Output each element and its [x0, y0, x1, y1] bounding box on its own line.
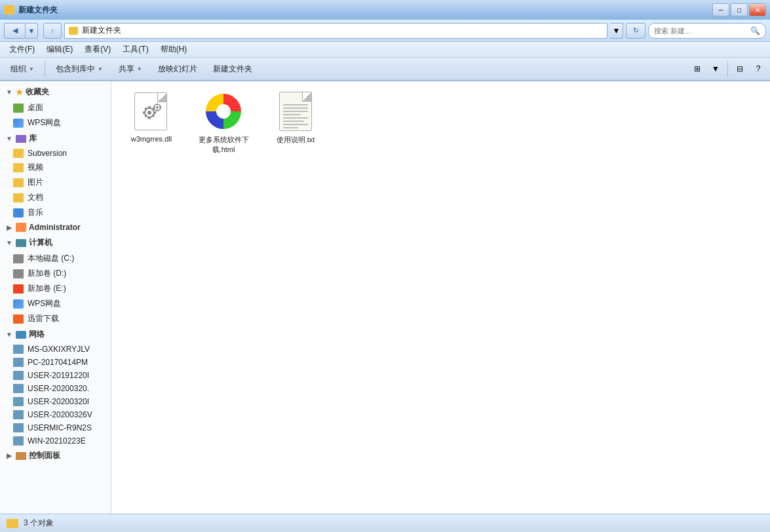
txt-file-label: 使用说明.txt [277, 135, 315, 145]
new-folder-button[interactable]: 新建文件夹 [206, 60, 259, 78]
file-item-dll[interactable]: w3mgrres.dll [122, 88, 181, 157]
minimize-button[interactable]: ─ [712, 3, 729, 16]
sidebar-item-video[interactable]: 视频 [0, 160, 111, 175]
txt-line-6 [283, 121, 304, 122]
search-input[interactable] [654, 27, 747, 35]
thunder-label: 迅雷下载 [28, 313, 59, 324]
wps-cloud2-label: WPS网盘 [28, 298, 61, 309]
sidebar-item-wps-cloud2[interactable]: WPS网盘 [0, 296, 111, 311]
sidebar-item-user-20200326[interactable]: USER-20200326V [0, 408, 111, 421]
menu-tools[interactable]: 工具(T) [117, 43, 153, 56]
video-label: 视频 [28, 162, 43, 173]
sidebar-section-network[interactable]: ▼ 网络 [0, 326, 111, 343]
new-folder-label: 新建文件夹 [213, 64, 252, 75]
sidebar-section-favorites[interactable]: ▼ ★ 收藏夹 [0, 84, 111, 100]
titlebar-controls: ─ □ ✕ [712, 3, 766, 16]
up-button[interactable]: ↑ [43, 23, 62, 39]
titlebar: 新建文件夹 ─ □ ✕ [0, 0, 770, 20]
status-folder-icon [7, 519, 18, 528]
sidebar-section-computer[interactable]: ▼ 计算机 [0, 235, 111, 251]
user-20200320b-label: USER-20200320I [28, 397, 89, 406]
slideshow-button[interactable]: 放映幻灯片 [151, 60, 204, 78]
disk-e-icon [13, 284, 24, 294]
menu-help[interactable]: 帮助(H) [155, 43, 193, 56]
network-icon [16, 331, 26, 339]
menu-file[interactable]: 文件(F) [4, 43, 40, 56]
search-icon[interactable]: 🔍 [750, 26, 760, 36]
back-button[interactable]: ◀ [4, 23, 25, 39]
txt-fold [302, 92, 311, 102]
sidebar-item-local-disk-c[interactable]: 本地磁盘 (C:) [0, 251, 111, 266]
library-arrow-icon: ▼ [5, 135, 13, 143]
sidebar-item-pc-2017[interactable]: PC-20170414PM [0, 356, 111, 369]
slideshow-label: 放映幻灯片 [158, 64, 197, 75]
sidebar-item-wps-cloud[interactable]: WPS网盘 [0, 115, 111, 130]
ms-gxk-icon [13, 345, 24, 354]
sidebar-item-ms-gxk[interactable]: MS-GXKIXRYJLV [0, 343, 111, 356]
sidebar-section-control-panel[interactable]: ▶ 控制面板 [0, 447, 111, 464]
titlebar-title: 新建文件夹 [18, 5, 712, 16]
svg-rect-3 [148, 117, 151, 119]
sidebar-item-music[interactable]: 音乐 [0, 205, 111, 220]
file-item-html[interactable]: 更多系统软件下载.html [194, 88, 253, 157]
admin-label: Administrator [29, 223, 81, 232]
sidebar-item-user-20200320b[interactable]: USER-20200320I [0, 395, 111, 408]
nav-back-forward-group: ◀ ▼ [4, 23, 38, 39]
sidebar-section-library[interactable]: ▼ 库 [0, 130, 111, 147]
address-dropdown-button[interactable]: ▼ [610, 23, 623, 39]
preview-pane-button[interactable]: ⊟ [732, 61, 748, 77]
html-color-circle [206, 94, 241, 129]
star-icon: ★ [16, 88, 23, 97]
sidebar-item-thunder[interactable]: 迅雷下载 [0, 311, 111, 326]
sidebar-item-subversion[interactable]: Subversion [0, 147, 111, 160]
menu-view[interactable]: 查看(V) [79, 43, 116, 56]
desktop-label: 桌面 [28, 102, 43, 113]
wps-cloud2-icon [13, 299, 24, 309]
sidebar-section-admin[interactable]: ▶ Administrator [0, 220, 111, 235]
dll-file-icon [133, 91, 170, 132]
addressbar: ◀ ▼ ↑ 新建文件夹 ▼ ↻ 🔍 [0, 20, 770, 42]
control-panel-arrow-icon: ▶ [5, 452, 13, 460]
sidebar-item-disk-e[interactable]: 新加卷 (E:) [0, 281, 111, 296]
organize-button[interactable]: 组织 ▼ [4, 60, 41, 78]
svg-point-11 [156, 106, 159, 109]
sidebar-item-win-2021[interactable]: WIN-20210223E [0, 434, 111, 447]
forward-button[interactable]: ▼ [25, 23, 38, 39]
close-button[interactable]: ✕ [749, 3, 766, 16]
svg-rect-6 [144, 107, 147, 111]
disk-e-label: 新加卷 (E:) [28, 283, 66, 294]
help-button[interactable]: ? [750, 61, 766, 77]
sidebar-item-user-20200320a[interactable]: USER-20200320. [0, 382, 111, 395]
disk-d-icon [13, 269, 24, 278]
dll-file-label: w3mgrres.dll [131, 135, 172, 143]
sidebar-item-usermic[interactable]: USERMIC-R9N2S [0, 421, 111, 434]
include-library-button[interactable]: 包含到库中 ▼ [49, 60, 109, 78]
music-icon [13, 208, 24, 218]
favorites-arrow-icon: ▼ [5, 88, 13, 96]
maximize-button[interactable]: □ [731, 3, 748, 16]
svg-rect-12 [157, 104, 159, 105]
sidebar-item-desktop[interactable]: 桌面 [0, 100, 111, 115]
sidebar-item-doc[interactable]: 文档 [0, 190, 111, 205]
library-icon [16, 135, 26, 143]
view-dropdown-icon[interactable]: ▼ [708, 61, 723, 77]
organize-label: 组织 [10, 64, 26, 75]
refresh-button[interactable]: ↻ [626, 23, 645, 39]
menu-edit[interactable]: 编辑(E) [41, 43, 78, 56]
sidebar-item-user-2019[interactable]: USER-20191220I [0, 369, 111, 382]
txt-line-8 [283, 127, 298, 128]
admin-arrow-icon: ▶ [5, 223, 13, 231]
disk-d-label: 新加卷 (D:) [28, 268, 66, 279]
dll-gears-svg [139, 101, 164, 124]
win-2021-label: WIN-20210223E [28, 436, 86, 446]
dll-icon-container [130, 90, 172, 132]
file-grid: w3mgrres.dll 更多系统软件下载.html [122, 88, 760, 157]
sidebar-item-disk-d[interactable]: 新加卷 (D:) [0, 266, 111, 281]
view-small-icon[interactable]: ⊞ [689, 61, 705, 77]
txt-line-1 [283, 104, 308, 105]
share-button[interactable]: 共享 ▼ [112, 60, 149, 78]
html-icon-container [202, 90, 244, 132]
file-item-txt[interactable]: 使用说明.txt [266, 88, 325, 157]
main-content: ▼ ★ 收藏夹 桌面 WPS网盘 ▼ 库 Subversion 视频 图片 [0, 81, 770, 514]
sidebar-item-picture[interactable]: 图片 [0, 175, 111, 190]
